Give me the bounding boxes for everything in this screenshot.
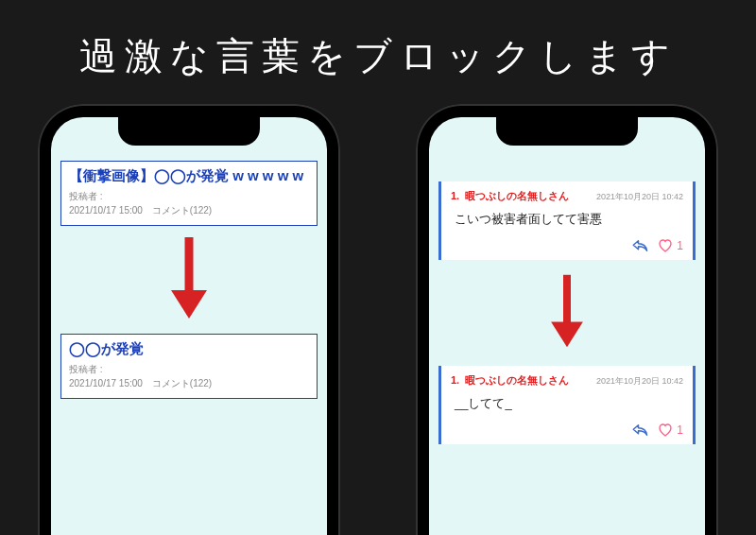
like-button[interactable]: 1 [658, 238, 683, 253]
post-meta: 2021/10/17 15:00 コメント(122) [69, 203, 309, 217]
reply-icon[interactable] [631, 237, 648, 254]
post-title: 【衝撃画像】◯◯が発覚 w w w w w [69, 167, 309, 185]
post-meta: 2021/10/17 15:00 コメント(122) [69, 376, 309, 390]
arrow-down-icon [429, 273, 705, 349]
like-button[interactable]: 1 [658, 423, 683, 438]
comment-timestamp: 2021年10月20日 10:42 [596, 375, 683, 388]
reply-icon[interactable] [631, 422, 648, 439]
comment-username: 1. 暇つぶしの名無しさん [451, 373, 569, 388]
phone-frame-left: 【衝撃画像】◯◯が発覚 w w w w w 投稿者 : 2021/10/17 1… [38, 104, 340, 535]
arrow-down-icon [51, 235, 327, 320]
phone-notch [496, 117, 638, 146]
stage: 過激な言葉をブロックします 【衝撃画像】◯◯が発覚 w w w w w 投稿者 … [0, 0, 756, 535]
phone-screen-right: 1. 暇つぶしの名無しさん 2021年10月20日 10:42 こいつ被害者面し… [429, 117, 705, 535]
phone-screen-left: 【衝撃画像】◯◯が発覚 w w w w w 投稿者 : 2021/10/17 1… [51, 117, 327, 535]
comment-card-after: 1. 暇つぶしの名無しさん 2021年10月20日 10:42 __してて_ 1 [438, 366, 696, 444]
headline: 過激な言葉をブロックします [0, 30, 756, 82]
comment-body: こいつ被害者面してて害悪 [451, 211, 683, 228]
like-count: 1 [677, 239, 683, 252]
post-card-after[interactable]: ◯◯が発覚 投稿者 : 2021/10/17 15:00 コメント(122) [60, 334, 318, 399]
phone-notch [118, 117, 260, 146]
post-title: ◯◯が発覚 [69, 340, 309, 358]
comment-username: 1. 暇つぶしの名無しさん [451, 189, 569, 203]
svg-marker-3 [551, 322, 583, 348]
comment-body: __してて_ [451, 395, 683, 412]
post-card-before[interactable]: 【衝撃画像】◯◯が発覚 w w w w w 投稿者 : 2021/10/17 1… [60, 161, 318, 226]
post-author-label: 投稿者 : [69, 362, 309, 376]
post-author-label: 投稿者 : [69, 189, 309, 203]
comment-timestamp: 2021年10月20日 10:42 [596, 191, 683, 203]
phone-frame-right: 1. 暇つぶしの名無しさん 2021年10月20日 10:42 こいつ被害者面し… [416, 104, 718, 535]
comment-card-before: 1. 暇つぶしの名無しさん 2021年10月20日 10:42 こいつ被害者面し… [438, 181, 696, 260]
like-count: 1 [677, 423, 683, 437]
svg-marker-1 [171, 290, 207, 319]
